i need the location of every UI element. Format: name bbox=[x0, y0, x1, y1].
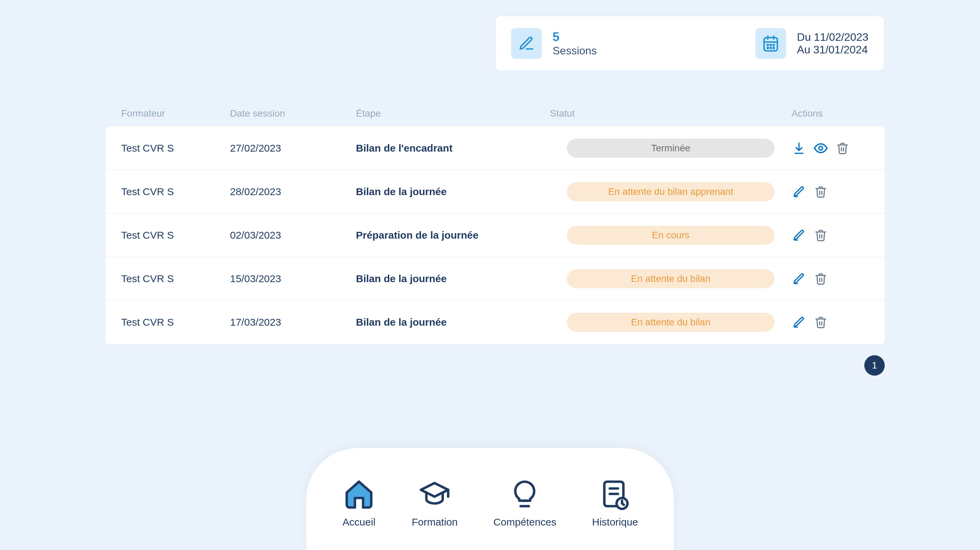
cell-statut: Terminée bbox=[550, 139, 791, 158]
calendar-icon-tile bbox=[756, 28, 786, 59]
sessions-count: 5 bbox=[553, 30, 597, 44]
edit-button[interactable] bbox=[791, 271, 807, 286]
cell-actions bbox=[791, 141, 853, 156]
sessions-label: Sessions bbox=[553, 44, 597, 57]
pencil-icon bbox=[518, 35, 535, 52]
status-badge: En attente du bilan apprenant bbox=[567, 182, 775, 201]
cell-formateur: Test CVR S bbox=[121, 186, 230, 198]
status-badge: En cours bbox=[567, 226, 775, 245]
cell-statut: En attente du bilan bbox=[550, 313, 791, 332]
table-row: Test CVR S27/02/2023Bilan de l'encadrant… bbox=[105, 127, 885, 170]
pencil-icon bbox=[792, 229, 805, 242]
delete-button[interactable] bbox=[835, 141, 850, 156]
status-badge: En attente du bilan bbox=[567, 269, 775, 288]
summary-card: 5 Sessions Du 11/02/2023 Au 31/01/2024 bbox=[495, 16, 885, 71]
cell-formateur: Test CVR S bbox=[121, 273, 230, 285]
delete-button[interactable] bbox=[813, 184, 828, 199]
svg-point-4 bbox=[767, 44, 768, 45]
trash-icon bbox=[814, 316, 827, 329]
trash-icon bbox=[814, 229, 827, 242]
view-button[interactable] bbox=[813, 141, 828, 156]
svg-point-9 bbox=[773, 47, 774, 48]
bottom-nav: Accueil Formation Compétences Historique bbox=[306, 448, 674, 550]
table-row: Test CVR S17/03/2023Bilan de la journéeE… bbox=[105, 301, 885, 344]
nav-accueil[interactable]: Accueil bbox=[342, 477, 376, 528]
cell-formateur: Test CVR S bbox=[121, 317, 230, 328]
cell-etape: Bilan de la journée bbox=[356, 273, 550, 285]
cell-date: 17/03/2023 bbox=[230, 317, 356, 328]
calendar-icon bbox=[762, 35, 780, 52]
cell-etape: Bilan de l'encadrant bbox=[356, 143, 550, 154]
cell-date: 15/03/2023 bbox=[230, 273, 356, 285]
cell-etape: Bilan de la journée bbox=[356, 186, 550, 198]
eye-icon bbox=[813, 141, 828, 156]
sessions-table: Formateur Date session Étape Statut Acti… bbox=[105, 108, 885, 344]
status-badge: En attente du bilan bbox=[567, 313, 775, 332]
table-row: Test CVR S28/02/2023Bilan de la journéeE… bbox=[105, 170, 885, 214]
document-clock-icon bbox=[598, 477, 632, 511]
date-range-block: Du 11/02/2023 Au 31/01/2024 bbox=[756, 28, 869, 59]
cell-etape: Préparation de la journée bbox=[356, 230, 550, 241]
delete-button[interactable] bbox=[813, 271, 828, 286]
table-row: Test CVR S02/03/2023Préparation de la jo… bbox=[105, 214, 885, 257]
trash-icon bbox=[836, 142, 849, 155]
svg-point-8 bbox=[770, 47, 772, 48]
download-icon bbox=[792, 141, 806, 155]
cell-statut: En attente du bilan apprenant bbox=[550, 182, 791, 201]
pencil-icon bbox=[792, 316, 805, 329]
pagination-page-1[interactable]: 1 bbox=[864, 355, 885, 376]
nav-historique[interactable]: Historique bbox=[592, 477, 638, 528]
cell-formateur: Test CVR S bbox=[121, 230, 230, 241]
trash-icon bbox=[814, 272, 827, 285]
graduation-cap-icon bbox=[417, 477, 452, 511]
cell-etape: Bilan de la journée bbox=[356, 317, 550, 328]
edit-button[interactable] bbox=[791, 315, 807, 330]
home-icon bbox=[342, 477, 376, 511]
edit-button[interactable] bbox=[791, 228, 807, 243]
cell-date: 28/02/2023 bbox=[230, 186, 356, 198]
sessions-count-block: 5 Sessions bbox=[511, 28, 597, 59]
nav-formation[interactable]: Formation bbox=[412, 477, 458, 528]
nav-formation-label: Formation bbox=[412, 516, 458, 528]
cell-date: 27/02/2023 bbox=[230, 143, 356, 154]
cell-statut: En cours bbox=[550, 226, 791, 245]
edit-button[interactable] bbox=[791, 184, 807, 199]
delete-button[interactable] bbox=[813, 228, 828, 243]
svg-point-5 bbox=[770, 44, 772, 45]
nav-competences-label: Compétences bbox=[493, 516, 556, 528]
svg-point-6 bbox=[773, 44, 774, 45]
header-date: Date session bbox=[230, 108, 356, 119]
svg-point-7 bbox=[767, 47, 768, 48]
header-statut: Statut bbox=[550, 108, 791, 119]
cell-statut: En attente du bilan bbox=[550, 269, 791, 288]
pencil-icon bbox=[792, 272, 805, 285]
download-button[interactable] bbox=[791, 141, 807, 156]
nav-historique-label: Historique bbox=[592, 516, 638, 528]
header-actions: Actions bbox=[791, 108, 853, 119]
nav-competences[interactable]: Compétences bbox=[493, 477, 556, 528]
table-header-row: Formateur Date session Étape Statut Acti… bbox=[105, 108, 885, 127]
cell-date: 02/03/2023 bbox=[230, 230, 356, 241]
trash-icon bbox=[814, 185, 827, 198]
cell-actions bbox=[791, 315, 853, 330]
cell-actions bbox=[791, 271, 853, 286]
header-formateur: Formateur bbox=[121, 108, 230, 119]
pencil-icon-tile bbox=[511, 28, 542, 59]
lightbulb-icon bbox=[508, 477, 542, 511]
cell-actions bbox=[791, 228, 853, 243]
delete-button[interactable] bbox=[813, 315, 828, 330]
nav-accueil-label: Accueil bbox=[343, 516, 375, 528]
svg-point-11 bbox=[819, 146, 823, 150]
header-etape: Étape bbox=[356, 108, 550, 119]
cell-formateur: Test CVR S bbox=[121, 143, 230, 154]
table-row: Test CVR S15/03/2023Bilan de la journéeE… bbox=[105, 257, 885, 301]
status-badge: Terminée bbox=[567, 139, 775, 158]
date-to: Au 31/01/2024 bbox=[797, 43, 869, 56]
date-from: Du 11/02/2023 bbox=[797, 31, 869, 43]
cell-actions bbox=[791, 184, 853, 199]
pencil-icon bbox=[792, 185, 805, 198]
